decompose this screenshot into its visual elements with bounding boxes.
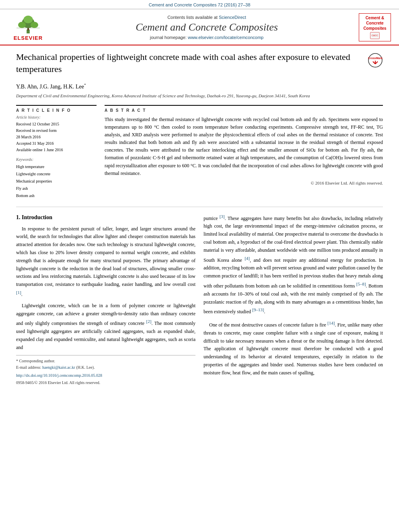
ref-14[interactable]: [14] <box>327 320 335 325</box>
journal-logo-icon: C&CC <box>367 32 383 39</box>
article-history-dates: Received 12 October 2015 Received in rev… <box>16 121 97 153</box>
homepage-url[interactable]: www.elsevier.com/locate/cemconcomp <box>188 35 263 40</box>
right-paragraph-2: One of the most destructive causes of co… <box>204 319 383 377</box>
body-right-column: pumice [3]. These aggregates have many b… <box>204 213 383 386</box>
author-names: Y.B. Ahn, J.G. Jang, H.K. Lee* <box>16 84 86 90</box>
body-columns: 1. Introduction In response to the persi… <box>16 213 383 386</box>
ref-1[interactable]: [1] <box>16 290 21 295</box>
crossmark-icon: CrossMark <box>368 53 383 68</box>
science-direct-link[interactable]: ScienceDirect <box>219 15 246 20</box>
svg-point-9 <box>368 53 382 67</box>
article-history-label: Article history: <box>16 115 97 119</box>
revised-date: 28 March 2016 <box>16 134 97 140</box>
homepage-line: journal homepage: www.elsevier.com/locat… <box>55 35 359 40</box>
svg-text:C&CC: C&CC <box>372 34 378 37</box>
svg-rect-6 <box>16 27 40 28</box>
ref-3[interactable]: [3] <box>220 214 225 219</box>
corresponding-asterisk: * <box>84 83 86 87</box>
intro-paragraph-1: In response to the persistent pursuit of… <box>16 225 195 299</box>
elsevier-logo: ELSEVIER <box>8 14 48 41</box>
abstract-text: This study investigated the thermal resi… <box>105 116 383 178</box>
keyword-3: Mechanical properties <box>16 178 97 185</box>
crossmark-badge[interactable]: CrossMark <box>368 53 383 70</box>
journal-logo-text: Cement & Concrete Composites <box>363 15 386 31</box>
introduction-heading: 1. Introduction <box>16 213 195 222</box>
accepted-date: Accepted 31 May 2016 <box>16 140 97 147</box>
keyword-4: Fly ash <box>16 185 97 192</box>
keywords-label: Keywords: <box>16 157 97 162</box>
email-link[interactable]: haengki@kaist.ac.kr <box>42 365 75 370</box>
paper-title: Mechanical properties of lightweight con… <box>16 51 364 75</box>
journal-header: ELSEVIER Contents lists available at Sci… <box>0 9 399 45</box>
keyword-1: High temperature <box>16 163 97 170</box>
received-date: Received 12 October 2015 <box>16 121 97 127</box>
authors-line: Y.B. Ahn, J.G. Jang, H.K. Lee* <box>16 83 383 90</box>
received-revised-label: Received in revised form <box>16 127 97 134</box>
keyword-2: Lightweight concrete <box>16 170 97 178</box>
elsevier-brand-text: ELSEVIER <box>14 35 43 41</box>
journal-ref-text: Cement and Concrete Composites 72 (2016)… <box>149 2 251 7</box>
ref-5-8[interactable]: [5–8] <box>356 281 366 286</box>
intro-paragraph-2: Lightweight concrete, which can be in a … <box>16 302 195 352</box>
elsevier-tree-icon <box>12 14 44 34</box>
right-paragraph-1: pumice [3]. These aggregates have many b… <box>204 213 383 316</box>
ref-9-13[interactable]: [9–13] <box>252 307 264 312</box>
ref-4[interactable]: [4] <box>245 256 250 261</box>
journal-title-text: Cement and Concrete Composites <box>55 21 359 33</box>
article-columns: A R T I C L E I N F O Article history: R… <box>16 105 383 199</box>
abstract-title: A B S T R A C T <box>105 108 383 113</box>
keywords-list: High temperature Lightweight concrete Me… <box>16 163 97 199</box>
journal-reference: Cement and Concrete Composites 72 (2016)… <box>0 0 399 9</box>
article-info-section: A R T I C L E I N F O Article history: R… <box>16 105 97 199</box>
journal-logo-box: Cement & Concrete Composites C&CC <box>359 13 391 41</box>
keyword-5: Bottom ash <box>16 192 97 199</box>
doi-link[interactable]: http://dx.doi.org/10.1016/j.cemconcomp.2… <box>16 373 102 378</box>
section-divider <box>16 207 383 207</box>
main-content: Mechanical properties of lightweight con… <box>0 45 399 394</box>
svg-text:CrossMark: CrossMark <box>368 57 383 60</box>
copyright-line: © 2016 Elsevier Ltd. All rights reserved… <box>105 181 383 185</box>
abstract-section: A B S T R A C T This study investigated … <box>105 105 383 199</box>
available-date: Available online 1 June 2016 <box>16 147 97 153</box>
article-info-title: A R T I C L E I N F O <box>16 108 97 113</box>
ref-2[interactable]: [2] <box>146 319 152 324</box>
svg-point-3 <box>18 22 26 28</box>
svg-point-4 <box>31 22 38 28</box>
body-left-column: 1. Introduction In response to the persi… <box>16 213 195 386</box>
issn-line: 0958-9465/© 2016 Elsevier Ltd. All right… <box>16 380 195 386</box>
email-note: E-mail address: haengki@kaist.ac.kr (H.K… <box>16 364 195 371</box>
svg-point-5 <box>23 15 33 23</box>
doi-line: http://dx.doi.org/10.1016/j.cemconcomp.2… <box>16 372 195 379</box>
affiliation: Department of Civil and Environmental En… <box>16 92 383 99</box>
footnote-section: * Corresponding author. E-mail address: … <box>16 355 195 386</box>
journal-center-header: Contents lists available at ScienceDirec… <box>55 15 359 40</box>
science-direct-line: Contents lists available at ScienceDirec… <box>55 15 359 20</box>
corresponding-note: * Corresponding author. <box>16 358 195 364</box>
